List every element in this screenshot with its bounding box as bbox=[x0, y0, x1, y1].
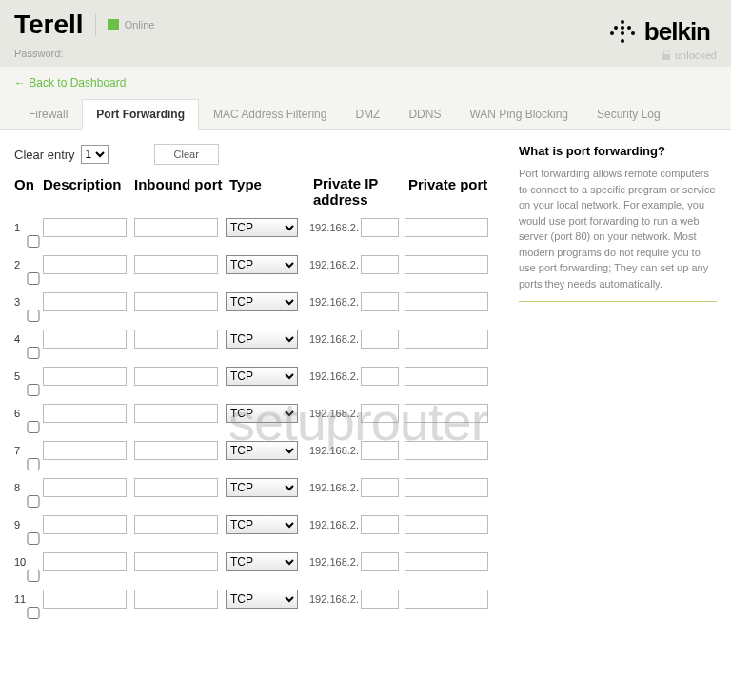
private-port-input[interactable] bbox=[405, 367, 488, 386]
type-select[interactable]: TCP bbox=[226, 330, 298, 349]
status-indicator-icon bbox=[108, 19, 119, 30]
row-number: 9 bbox=[14, 515, 43, 530]
private-ip-input[interactable] bbox=[361, 515, 399, 534]
enable-checkbox[interactable] bbox=[24, 532, 43, 545]
enable-checkbox[interactable] bbox=[24, 607, 43, 619]
enable-checkbox[interactable] bbox=[24, 310, 43, 322]
tab-mac-filtering[interactable]: MAC Address Filtering bbox=[199, 99, 341, 129]
enable-checkbox[interactable] bbox=[24, 421, 43, 433]
private-port-input[interactable] bbox=[405, 330, 488, 349]
type-select[interactable]: TCP bbox=[226, 441, 298, 460]
private-port-input[interactable] bbox=[405, 441, 488, 460]
back-bar: ← Back to Dashboard bbox=[0, 67, 731, 99]
password-label: Password: bbox=[14, 48, 717, 59]
inbound-port-input[interactable] bbox=[134, 367, 218, 386]
inbound-port-input[interactable] bbox=[134, 515, 218, 534]
tab-wan-ping[interactable]: WAN Ping Blocking bbox=[455, 99, 583, 129]
private-ip-input[interactable] bbox=[361, 404, 399, 423]
row-number: 3 bbox=[14, 292, 43, 308]
private-ip-input[interactable] bbox=[361, 590, 399, 609]
private-port-input[interactable] bbox=[405, 255, 488, 274]
private-port-input[interactable] bbox=[405, 478, 488, 497]
private-port-input[interactable] bbox=[405, 404, 488, 423]
side-panel: What is port forwarding? Port forwarding… bbox=[519, 144, 717, 619]
enable-checkbox[interactable] bbox=[24, 272, 43, 285]
type-select[interactable]: TCP bbox=[226, 404, 298, 423]
type-select[interactable]: TCP bbox=[226, 552, 298, 571]
description-input[interactable] bbox=[43, 404, 127, 423]
inbound-port-input[interactable] bbox=[134, 292, 218, 311]
tab-ddns[interactable]: DDNS bbox=[394, 99, 455, 129]
private-ip-input[interactable] bbox=[361, 441, 399, 460]
private-port-input[interactable] bbox=[405, 292, 488, 311]
enable-checkbox[interactable] bbox=[24, 495, 43, 508]
private-port-input[interactable] bbox=[405, 590, 488, 609]
type-select[interactable]: TCP bbox=[226, 478, 298, 497]
row-number: 7 bbox=[14, 441, 43, 456]
private-ip-input[interactable] bbox=[361, 292, 399, 311]
inbound-port-input[interactable] bbox=[134, 218, 218, 237]
enable-checkbox[interactable] bbox=[24, 384, 43, 396]
private-port-input[interactable] bbox=[405, 552, 488, 571]
table-row: 9TCP192.168.2. bbox=[14, 515, 500, 545]
type-select[interactable]: TCP bbox=[226, 367, 298, 386]
row-number: 11 bbox=[14, 590, 43, 605]
enable-checkbox[interactable] bbox=[24, 570, 43, 582]
description-input[interactable] bbox=[43, 218, 127, 237]
description-input[interactable] bbox=[43, 367, 127, 386]
ip-prefix: 192.168.2. bbox=[309, 296, 359, 308]
ip-prefix: 192.168.2. bbox=[309, 408, 359, 419]
type-select[interactable]: TCP bbox=[226, 292, 298, 311]
brand-logo: belkin bbox=[610, 17, 710, 47]
private-ip-input[interactable] bbox=[361, 218, 399, 237]
inbound-port-input[interactable] bbox=[134, 404, 218, 423]
type-select[interactable]: TCP bbox=[226, 255, 298, 274]
back-to-dashboard-link[interactable]: ← Back to Dashboard bbox=[14, 76, 126, 90]
description-input[interactable] bbox=[43, 478, 127, 497]
col-ip: Private IP address bbox=[313, 176, 408, 208]
table-row: 6TCP192.168.2. bbox=[14, 404, 500, 433]
inbound-port-input[interactable] bbox=[134, 330, 218, 349]
private-port-input[interactable] bbox=[405, 218, 488, 237]
row-number: 4 bbox=[14, 330, 43, 345]
description-input[interactable] bbox=[43, 515, 127, 534]
private-ip-input[interactable] bbox=[361, 367, 399, 386]
description-input[interactable] bbox=[43, 590, 127, 609]
status-block: Online bbox=[108, 19, 155, 30]
private-port-input[interactable] bbox=[405, 515, 488, 534]
col-type: Type bbox=[229, 176, 313, 208]
type-select[interactable]: TCP bbox=[226, 218, 298, 237]
tab-port-forwarding[interactable]: Port Forwarding bbox=[82, 99, 199, 130]
row-number: 10 bbox=[14, 552, 43, 568]
ip-prefix: 192.168.2. bbox=[309, 222, 359, 233]
private-ip-input[interactable] bbox=[361, 330, 399, 349]
clear-button[interactable]: Clear bbox=[154, 144, 219, 165]
private-ip-input[interactable] bbox=[361, 255, 399, 274]
type-select[interactable]: TCP bbox=[226, 590, 298, 609]
inbound-port-input[interactable] bbox=[134, 255, 218, 274]
inbound-port-input[interactable] bbox=[134, 590, 218, 609]
row-number: 2 bbox=[14, 255, 43, 270]
inbound-port-input[interactable] bbox=[134, 478, 218, 497]
inbound-port-input[interactable] bbox=[134, 441, 218, 460]
type-select[interactable]: TCP bbox=[226, 515, 298, 534]
row-number: 1 bbox=[14, 218, 43, 233]
private-ip-input[interactable] bbox=[361, 478, 399, 497]
description-input[interactable] bbox=[43, 552, 127, 571]
inbound-port-input[interactable] bbox=[134, 552, 218, 571]
description-input[interactable] bbox=[43, 330, 127, 349]
tab-firewall[interactable]: Firewall bbox=[14, 99, 82, 129]
description-input[interactable] bbox=[43, 255, 127, 274]
enable-checkbox[interactable] bbox=[24, 235, 43, 248]
tab-dmz[interactable]: DMZ bbox=[341, 99, 394, 129]
clear-entry-label: Clear entry bbox=[14, 148, 75, 162]
enable-checkbox[interactable] bbox=[24, 347, 43, 359]
description-input[interactable] bbox=[43, 441, 127, 460]
divider bbox=[95, 13, 96, 36]
private-ip-input[interactable] bbox=[361, 552, 399, 571]
ip-prefix: 192.168.2. bbox=[309, 259, 359, 270]
clear-entry-select[interactable]: 1 bbox=[81, 145, 109, 164]
description-input[interactable] bbox=[43, 292, 127, 311]
enable-checkbox[interactable] bbox=[24, 458, 43, 470]
tab-security-log[interactable]: Security Log bbox=[583, 99, 675, 129]
